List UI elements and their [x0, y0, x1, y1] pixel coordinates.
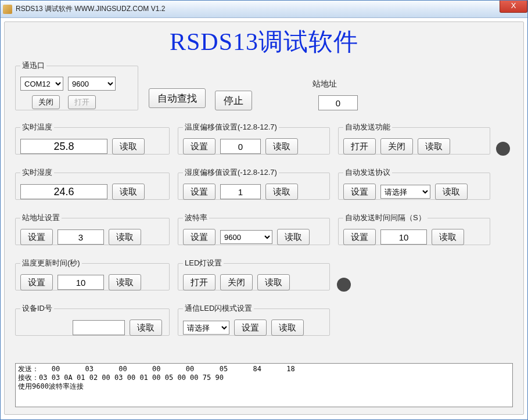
auto-send-proto-set-button[interactable]: 设置	[343, 184, 376, 200]
comm-led-blink-read-button[interactable]: 读取	[271, 320, 304, 336]
group-auto-send-interval: 自动发送时间间隔（S） 设置 读取	[338, 213, 490, 245]
group-temp-offset: 温度偏移值设置(-12.8-12.7) 设置 读取	[178, 122, 330, 155]
temp-update-read-button[interactable]: 读取	[109, 274, 141, 290]
led-read-button[interactable]: 读取	[257, 274, 290, 290]
comm-close-button[interactable]: 关闭	[32, 95, 60, 109]
comm-open-button[interactable]: 打开	[68, 95, 96, 109]
realtime-humi-read-button[interactable]: 读取	[112, 184, 145, 200]
station-addr-set-button[interactable]: 设置	[20, 229, 53, 245]
stop-button[interactable]: 停止	[215, 91, 252, 110]
group-led-set: LED灯设置 打开 关闭 读取	[178, 258, 330, 290]
device-id-read-button[interactable]: 读取	[130, 320, 162, 336]
auto-send-interval-value[interactable]	[380, 229, 427, 245]
station-addr-read-button[interactable]: 读取	[109, 229, 141, 245]
comm-led-blink-set-button[interactable]: 设置	[234, 320, 267, 336]
temp-update-time-legend: 温度更新时间(秒)	[20, 258, 82, 268]
realtime-temp-read-button[interactable]: 读取	[112, 138, 145, 155]
group-humi-offset: 湿度偏移值设置(-12.8-12.7) 设置 读取	[178, 167, 330, 200]
group-comm-port: 通迅口 COM12 9600 关闭 打开	[15, 60, 138, 110]
auto-send-interval-set-button[interactable]: 设置	[343, 229, 376, 245]
temp-offset-value[interactable]	[220, 139, 261, 154]
realtime-humi-legend: 实时湿度	[20, 167, 54, 178]
led-set-legend: LED灯设置	[183, 258, 224, 268]
baud-rate-select[interactable]: 9600	[220, 230, 272, 244]
comm-legend: 通迅口	[20, 60, 46, 71]
temp-offset-read-button[interactable]: 读取	[265, 138, 298, 155]
app-icon	[3, 5, 12, 14]
auto-send-interval-read-button[interactable]: 读取	[432, 229, 464, 245]
humi-offset-legend: 湿度偏移值设置(-12.8-12.7)	[183, 167, 279, 178]
station-addr-label: 站地址	[313, 79, 337, 89]
baud-select[interactable]: 9600	[68, 77, 116, 91]
humi-offset-read-button[interactable]: 读取	[265, 184, 298, 200]
group-realtime-humi: 实时湿度 读取	[15, 167, 170, 200]
group-auto-send-proto: 自动发送协议 设置 请选择 读取	[338, 167, 490, 200]
station-addr-value[interactable]	[318, 95, 358, 110]
comm-led-blink-legend: 通信LED闪模式设置	[183, 303, 254, 314]
group-comm-led-blink: 通信LED闪模式设置 请选择 设置 读取	[178, 303, 330, 336]
realtime-humi-value[interactable]	[20, 184, 107, 199]
humi-offset-value[interactable]	[220, 184, 261, 199]
group-device-id: 设备ID号 读取	[15, 303, 170, 336]
close-button[interactable]: X	[500, 1, 527, 13]
auto-send-close-button[interactable]: 关闭	[380, 138, 413, 155]
auto-send-open-button[interactable]: 打开	[343, 138, 376, 155]
baud-rate-set-button[interactable]: 设置	[183, 229, 215, 245]
status-dot-led	[337, 278, 351, 292]
window-title: RSDS13 调试软件 WWW.JINGSUDZ.COM V1.2	[16, 4, 165, 14]
device-id-value[interactable]	[73, 320, 125, 335]
realtime-temp-value[interactable]	[20, 139, 107, 154]
baud-rate-legend: 波特率	[183, 213, 209, 223]
humi-offset-set-button[interactable]: 设置	[183, 184, 215, 200]
group-realtime-temp: 实时温度 读取	[15, 122, 170, 155]
com-port-select[interactable]: COM12	[20, 77, 63, 91]
group-station-addr-set: 站地址设置 设置 读取	[15, 213, 170, 245]
baud-rate-read-button[interactable]: 读取	[277, 229, 310, 245]
led-open-button[interactable]: 打开	[183, 274, 215, 290]
device-id-legend: 设备ID号	[20, 303, 54, 314]
log-textarea[interactable]: 发送： 00 03 00 00 00 05 84 18 接收：03 03 0A …	[15, 363, 513, 407]
titlebar: RSDS13 调试软件 WWW.JINGSUDZ.COM V1.2 X	[1, 1, 527, 18]
temp-update-value[interactable]	[58, 275, 104, 290]
group-auto-send-func: 自动发送功能 打开 关闭 读取	[338, 122, 490, 155]
realtime-temp-legend: 实时温度	[20, 122, 54, 132]
temp-offset-legend: 温度偏移值设置(-12.8-12.7)	[183, 122, 279, 132]
auto-send-func-legend: 自动发送功能	[343, 122, 392, 132]
auto-send-proto-read-button[interactable]: 读取	[435, 184, 468, 200]
temp-offset-set-button[interactable]: 设置	[183, 138, 215, 155]
client-area: RSDS13调试软件 通迅口 COM12 9600 关闭 打开 自动查找 停止 …	[4, 21, 524, 415]
group-baud-rate: 波特率 设置 9600 读取	[178, 213, 330, 245]
app-window: RSDS13 调试软件 WWW.JINGSUDZ.COM V1.2 X RSDS…	[0, 0, 528, 420]
main-title: RSDS13调试软件	[10, 26, 518, 58]
led-close-button[interactable]: 关闭	[220, 274, 253, 290]
auto-search-button[interactable]: 自动查找	[149, 88, 206, 108]
auto-send-proto-legend: 自动发送协议	[343, 167, 392, 178]
auto-send-proto-select[interactable]: 请选择	[380, 185, 430, 199]
comm-led-blink-select[interactable]: 请选择	[183, 321, 229, 335]
status-dot-autosend	[496, 142, 510, 156]
group-temp-update-time: 温度更新时间(秒) 设置 读取	[15, 258, 170, 290]
auto-send-read-button[interactable]: 读取	[418, 138, 450, 155]
temp-update-set-button[interactable]: 设置	[20, 274, 53, 290]
auto-send-interval-legend: 自动发送时间间隔（S）	[343, 213, 428, 223]
station-addr-set-legend: 站地址设置	[20, 213, 62, 223]
station-addr-set-value[interactable]	[58, 229, 104, 245]
